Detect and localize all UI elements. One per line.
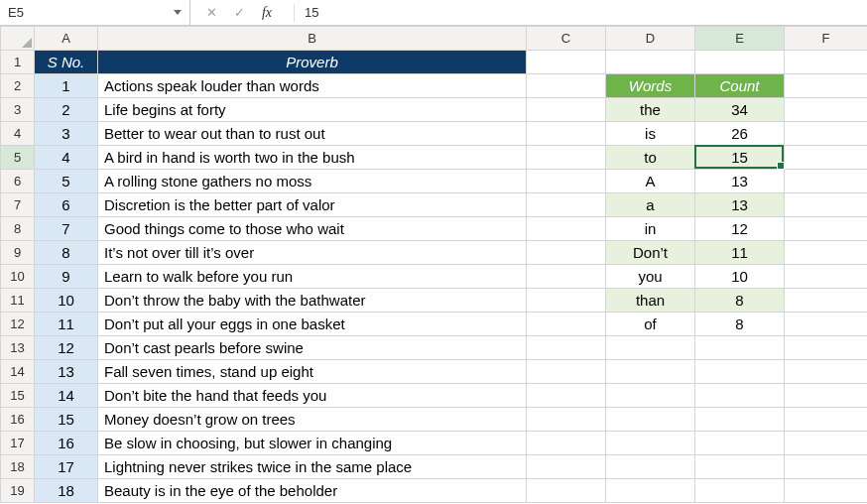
cell-empty[interactable]: [527, 360, 606, 384]
cell-empty[interactable]: [527, 479, 606, 503]
proverb-text[interactable]: Don’t cast pearls before swine: [98, 336, 527, 360]
cell-empty[interactable]: [785, 98, 868, 122]
cell-empty[interactable]: [785, 193, 868, 217]
cell-empty[interactable]: [606, 360, 695, 384]
proverb-sno[interactable]: 1: [35, 74, 98, 98]
row-header-18[interactable]: 18: [1, 455, 35, 479]
cell-empty[interactable]: [695, 479, 785, 503]
proverb-sno[interactable]: 3: [35, 122, 98, 146]
col-header-F[interactable]: F: [785, 27, 868, 51]
cell-empty[interactable]: [606, 384, 695, 408]
cell-empty[interactable]: [785, 51, 868, 74]
cell-empty[interactable]: [695, 360, 785, 384]
cell-empty[interactable]: [527, 217, 606, 241]
cell-empty[interactable]: [785, 455, 868, 479]
wordcount-count[interactable]: 11: [695, 241, 785, 265]
cell-empty[interactable]: [527, 313, 606, 336]
wordcount-word[interactable]: than: [606, 289, 695, 313]
cell-empty[interactable]: [695, 336, 785, 360]
cell-empty[interactable]: [527, 455, 606, 479]
wordcount-word[interactable]: Don’t: [606, 241, 695, 265]
row-header-17[interactable]: 17: [1, 432, 35, 455]
cell-empty[interactable]: [527, 336, 606, 360]
proverb-text[interactable]: Learn to walk before you run: [98, 265, 527, 289]
wordcount-word[interactable]: is: [606, 122, 695, 146]
row-header-8[interactable]: 8: [1, 217, 35, 241]
wordcount-word[interactable]: you: [606, 265, 695, 289]
cell-empty[interactable]: [785, 146, 868, 170]
proverb-sno[interactable]: 16: [35, 432, 98, 455]
proverb-text[interactable]: Life begins at forty: [98, 98, 527, 122]
wordcount-word[interactable]: of: [606, 313, 695, 336]
enter-icon[interactable]: ✓: [230, 5, 248, 20]
proverb-sno[interactable]: 9: [35, 265, 98, 289]
wordcount-count[interactable]: 13: [695, 193, 785, 217]
proverb-sno[interactable]: 12: [35, 336, 98, 360]
cell-empty[interactable]: [527, 289, 606, 313]
row-header-16[interactable]: 16: [1, 408, 35, 432]
proverb-sno[interactable]: 18: [35, 479, 98, 503]
cell-empty[interactable]: [527, 432, 606, 455]
proverbs-header-proverb[interactable]: Proverb: [98, 51, 527, 74]
cell-empty[interactable]: [527, 51, 606, 74]
cell-empty[interactable]: [606, 432, 695, 455]
cell-empty[interactable]: [527, 241, 606, 265]
col-header-A[interactable]: A: [35, 27, 98, 51]
cell-empty[interactable]: [695, 455, 785, 479]
cell-empty[interactable]: [527, 265, 606, 289]
cell-empty[interactable]: [606, 408, 695, 432]
proverb-text[interactable]: Better to wear out than to rust out: [98, 122, 527, 146]
proverb-sno[interactable]: 7: [35, 217, 98, 241]
row-header-7[interactable]: 7: [1, 193, 35, 217]
proverb-text[interactable]: Money doesn’t grow on trees: [98, 408, 527, 432]
cell-empty[interactable]: [785, 289, 868, 313]
cell-empty[interactable]: [785, 384, 868, 408]
col-header-B[interactable]: B: [98, 27, 527, 51]
wordcount-word[interactable]: A: [606, 170, 695, 193]
proverb-text[interactable]: Discretion is the better part of valor: [98, 193, 527, 217]
row-header-11[interactable]: 11: [1, 289, 35, 313]
cell-empty[interactable]: [527, 122, 606, 146]
cell-empty[interactable]: [785, 432, 868, 455]
cell-empty[interactable]: [785, 265, 868, 289]
row-header-9[interactable]: 9: [1, 241, 35, 265]
wordcount-count[interactable]: 34: [695, 98, 785, 122]
wordcount-word[interactable]: to: [606, 146, 695, 170]
row-header-14[interactable]: 14: [1, 360, 35, 384]
wordcount-count[interactable]: 26: [695, 122, 785, 146]
cell-empty[interactable]: [527, 170, 606, 193]
wordcount-header-count[interactable]: Count: [695, 74, 785, 98]
cancel-icon[interactable]: ✕: [202, 5, 220, 20]
proverb-text[interactable]: Don’t put all your eggs in one basket: [98, 313, 527, 336]
proverb-text[interactable]: Lightning never strikes twice in the sam…: [98, 455, 527, 479]
cell-empty[interactable]: [785, 217, 868, 241]
spreadsheet-grid[interactable]: A B C D E F 1S No.Proverb21Actions speak…: [0, 26, 867, 503]
proverb-sno[interactable]: 15: [35, 408, 98, 432]
col-header-D[interactable]: D: [606, 27, 695, 51]
row-header-10[interactable]: 10: [1, 265, 35, 289]
cell-empty[interactable]: [785, 479, 868, 503]
proverb-sno[interactable]: 10: [35, 289, 98, 313]
proverb-text[interactable]: Be slow in choosing, but slower in chang…: [98, 432, 527, 455]
cell-empty[interactable]: [527, 146, 606, 170]
cell-empty[interactable]: [606, 336, 695, 360]
cell-empty[interactable]: [785, 360, 868, 384]
wordcount-count[interactable]: 15: [695, 146, 785, 170]
proverb-sno[interactable]: 5: [35, 170, 98, 193]
row-header-19[interactable]: 19: [1, 479, 35, 503]
cell-empty[interactable]: [785, 313, 868, 336]
wordcount-count[interactable]: 8: [695, 289, 785, 313]
proverb-sno[interactable]: 6: [35, 193, 98, 217]
wordcount-word[interactable]: the: [606, 98, 695, 122]
proverb-sno[interactable]: 4: [35, 146, 98, 170]
cell-empty[interactable]: [527, 98, 606, 122]
row-header-1[interactable]: 1: [1, 51, 35, 74]
cell-empty[interactable]: [695, 408, 785, 432]
cell-empty[interactable]: [527, 408, 606, 432]
proverb-text[interactable]: A rolling stone gathers no moss: [98, 170, 527, 193]
proverb-text[interactable]: Don’t bite the hand that feeds you: [98, 384, 527, 408]
cell-empty[interactable]: [695, 432, 785, 455]
cell-empty[interactable]: [785, 170, 868, 193]
wordcount-count[interactable]: 13: [695, 170, 785, 193]
proverb-text[interactable]: Actions speak louder than words: [98, 74, 527, 98]
